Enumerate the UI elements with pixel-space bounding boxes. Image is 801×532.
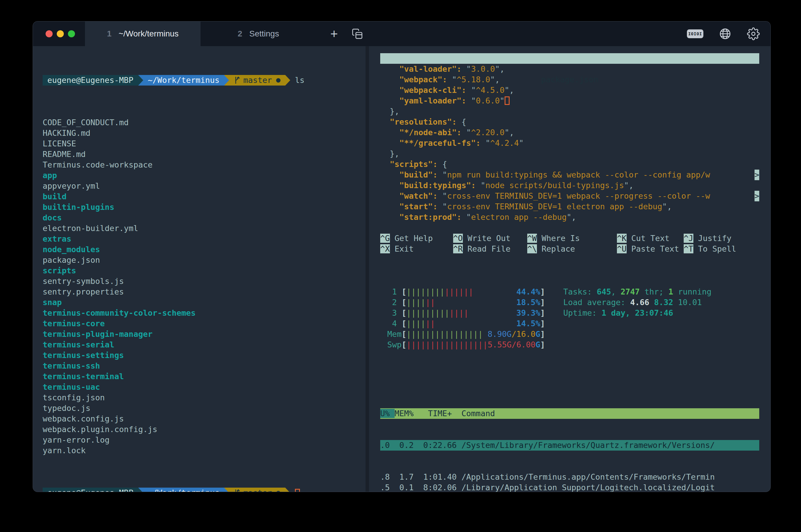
listing-item: snap: [43, 297, 366, 308]
listing-item: docs: [43, 212, 366, 223]
right-panes: GNU nano 4.5 package.json "val-loader": …: [369, 46, 770, 492]
tab-number: 2: [238, 29, 242, 38]
git-dirty-dot: [276, 491, 281, 492]
listing-item: builtin-plugins: [43, 202, 366, 212]
htop-stat-line: Load average: 4.66 8.32 10.01: [563, 297, 711, 308]
close-button[interactable]: [45, 30, 53, 37]
nano-line: "yaml-loader": "0.6.0": [380, 96, 759, 106]
proc-table-header[interactable]: U% MEM% TIME+ Command: [380, 408, 759, 419]
nano-line: },: [380, 106, 759, 117]
htop-stats: Tasks: 645, 2747 thr; 1 runningLoad aver…: [563, 287, 711, 350]
nano-line: "webpack-cli": "^4.5.0",: [380, 85, 759, 96]
listing-item: sentry-symbols.js: [43, 276, 366, 287]
htop-meters-and-stats: 1 [||||||||||||||44.4%] 2 [||||||18.5%] …: [380, 287, 759, 350]
meter-bar: |||||||||||||||||5.55G/6.00G: [406, 340, 540, 350]
git-dirty-dot: [276, 78, 281, 82]
terminal-cursor: [295, 489, 300, 492]
prompt-user-host: eugene@Eugenes-MBP: [43, 488, 138, 492]
prompt-cwd: ~/Work/terminus: [143, 488, 224, 492]
maximize-button[interactable]: [68, 30, 75, 37]
tab-number: 1: [107, 29, 112, 38]
terminus-window: 1 ~/Work/terminus 2 Settings + IOIOI: [33, 21, 770, 492]
nano-line: "*/node-abi": "^2.20.0",: [380, 127, 759, 138]
listing-item: sentry.properties: [43, 287, 366, 297]
nano-shortcut: ^T To Spell: [684, 244, 759, 254]
nano-line: "val-loader": "3.0.0",: [380, 64, 759, 74]
listing-item: CODE_OF_CONDUCT.md: [43, 117, 366, 128]
nano-blank-line: [380, 223, 759, 233]
listing-item: scripts: [43, 265, 366, 276]
htop-pane[interactable]: 1 [||||||||||||||44.4%] 2 [||||||18.5%] …: [369, 254, 770, 492]
listing-item: webpack.plugin.config.js: [43, 424, 366, 435]
minimize-button[interactable]: [57, 30, 64, 37]
resource-meter: 1 [||||||||||||||44.4%]: [387, 287, 545, 297]
nano-pane[interactable]: GNU nano 4.5 package.json "val-loader": …: [369, 46, 770, 254]
listing-item: terminus-settings: [43, 350, 366, 361]
prompt-line: eugene@Eugenes-MBP ~/Work/terminus maste…: [43, 488, 366, 492]
listing-item: terminus-community-color-schemes: [43, 308, 366, 318]
prompt-cwd: ~/Work/terminus: [143, 75, 224, 86]
htop-stat-line: Tasks: 645, 2747 thr; 1 running: [563, 287, 711, 297]
listing-item: appveyor.yml: [43, 181, 366, 191]
proc-rows: .8 1.7 1:01.40 /Applications/Terminus.ap…: [380, 472, 759, 492]
nano-line: "scripts": {: [380, 159, 759, 170]
listing-item: terminus-terminal: [43, 371, 366, 382]
pane-divider-vertical[interactable]: [366, 46, 369, 492]
listing-item: tsconfig.json: [43, 393, 366, 403]
nano-titlebar: GNU nano 4.5 package.json: [380, 53, 759, 64]
listing-item: HACKING.md: [43, 128, 366, 138]
listing-item: terminus-plugin-manager: [43, 329, 366, 340]
htop-meters: 1 [||||||||||||||44.4%] 2 [||||||18.5%] …: [387, 287, 545, 350]
git-branch-icon: [234, 489, 240, 492]
typed-command: ls: [295, 75, 305, 86]
file-listing: CODE_OF_CONDUCT.mdHACKING.mdLICENSEREADM…: [43, 117, 366, 456]
nano-cursor: [505, 96, 509, 105]
meter-bar: |||||||||||||39.3%: [406, 308, 540, 318]
nano-shortcut: ^\ Replace: [527, 244, 617, 254]
powerline-separator: [285, 488, 290, 492]
nano-lines: "val-loader": "3.0.0", "webpack": "^5.18…: [380, 64, 759, 223]
tab-work-terminus[interactable]: 1 ~/Work/terminus: [85, 21, 201, 46]
listing-item: yarn-error.log: [43, 435, 366, 445]
htop-gap: [380, 371, 759, 387]
line-continuation-marker: >: [755, 191, 759, 201]
nano-line: "build": "npm run build:typings && webpa…: [380, 170, 759, 180]
git-branch-name: master: [243, 75, 272, 86]
powerline-separator: [138, 75, 143, 86]
tab-bar: 1 ~/Work/terminus 2 Settings + IOIOI: [33, 21, 770, 46]
nano-line: "webpack": "^5.18.0",: [380, 74, 759, 85]
meter-bar: ||||||14.5%: [406, 318, 540, 329]
htop-stat-line: Uptime: 1 day, 23:07:46: [563, 308, 711, 318]
nano-line: "watch": "cross-env TERMINUS_DEV=1 webpa…: [380, 191, 759, 201]
nano-shortcut: ^W Where Is: [527, 233, 617, 244]
prompt-git-segment: master: [229, 488, 285, 492]
listing-item: extras: [43, 234, 366, 244]
listing-item: build: [43, 191, 366, 202]
proc-selected-row[interactable]: .0 0.2 0:22.66 /System/Library/Framework…: [380, 440, 759, 451]
nano-shortcuts-row-2: ^X Exit^R Read File^\ Replace^U Paste Te…: [380, 244, 759, 254]
new-tab-button[interactable]: +: [327, 21, 341, 46]
listing-item: webpack.config.js: [43, 414, 366, 424]
listing-item: package.json: [43, 255, 366, 265]
shell-pane[interactable]: eugene@Eugenes-MBP ~/Work/terminus maste…: [33, 46, 366, 492]
meter-bar: ||||||||||||||44.4%: [406, 287, 540, 297]
tab-title: Settings: [249, 29, 279, 38]
listing-item: app: [43, 170, 366, 181]
window-controls: [33, 21, 85, 46]
nano-shortcut: ^J Justify: [684, 233, 759, 244]
serial-icon[interactable]: IOIOI: [687, 30, 703, 38]
globe-icon[interactable]: [719, 27, 732, 40]
split-windows-icon[interactable]: [349, 21, 366, 46]
nano-shortcut: ^G Get Help: [380, 233, 453, 244]
terminal-content: eugene@Eugenes-MBP ~/Work/terminus maste…: [33, 46, 770, 492]
prompt-user-host: eugene@Eugenes-MBP: [43, 75, 138, 86]
powerline-separator: [138, 488, 143, 492]
listing-item: electron-builder.yml: [43, 223, 366, 234]
nano-line: "start": "cross-env TERMINUS_DEV=1 elect…: [380, 201, 759, 212]
git-branch-icon: [234, 76, 240, 84]
gear-icon[interactable]: [747, 27, 760, 40]
listing-item: typedoc.js: [43, 403, 366, 414]
listing-item: terminus-core: [43, 318, 366, 329]
nano-line: "**/graceful-fs": "^4.2.4": [380, 138, 759, 148]
tab-settings[interactable]: 2 Settings: [201, 21, 316, 46]
